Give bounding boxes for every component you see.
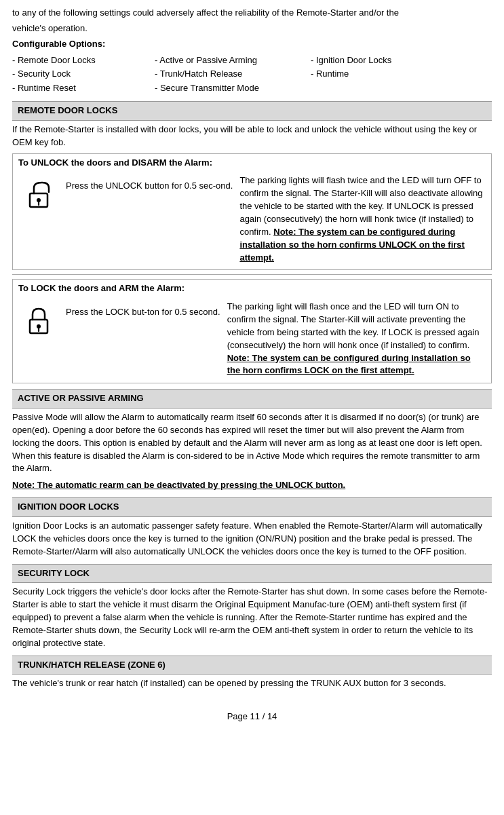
config-col1-row1: - Remote Door Locks [12, 54, 155, 68]
lock-icon [26, 306, 52, 336]
config-col2-row3: - Secure Transmitter Mode [155, 81, 311, 96]
security-lock-header: SECURITY LOCK [12, 564, 492, 584]
lock-icon-cell [18, 301, 59, 336]
unlock-desc-bold: Note: The system can be configured durin… [239, 227, 465, 263]
ignition-door-header: IGNITION DOOR LOCKS [12, 497, 492, 517]
security-lock-body: Security Lock triggers the vehicle's doo… [12, 586, 492, 649]
config-col3-row1: - Ignition Door Locks [311, 54, 460, 68]
unlock-press-label: Press the UNLOCK button for 0.5 sec-ond. [66, 174, 233, 193]
active-passive-header: ACTIVE OR PASSIVE ARMING [12, 389, 492, 409]
config-col1-row3: - Runtime Reset [12, 81, 155, 96]
lock-action-row: Press the LOCK but-ton for 0.5 second. T… [18, 298, 486, 380]
lock-title: To LOCK the doors and ARM the Alarm: [18, 282, 486, 295]
trunk-hatch-header: TRUNK/HATCH RELEASE (ZONE 6) [12, 656, 492, 675]
unlock-title: To UNLOCK the doors and DISARM the Alarm… [18, 157, 486, 170]
lock-desc-text: The parking light will flash once and th… [227, 301, 480, 350]
config-col1-row2: - Security Lock [12, 67, 155, 81]
config-col2-row2: - Trunk/Hatch Release [155, 67, 311, 81]
remote-door-locks-body: If the Remote-Starter is installed with … [12, 124, 492, 149]
section-divider-1 [12, 274, 492, 275]
page-footer: Page 11 / 14 [12, 710, 492, 723]
config-col2-row1: - Active or Passive Arming [155, 54, 311, 68]
config-options-grid: - Remote Door Locks - Active or Passive … [12, 54, 492, 96]
config-col3-row3 [311, 81, 460, 96]
intro-line2: vehicle's operation. [12, 22, 492, 35]
active-passive-note: Note: The automatic rearm can be deactiv… [12, 479, 492, 492]
trunk-hatch-body: The vehicle's trunk or rear hatch (if in… [12, 677, 492, 690]
page-label: Page 11 / 14 [227, 711, 277, 721]
remote-door-locks-header: REMOTE DOOR LOCKS [12, 101, 492, 121]
ignition-door-body: Ignition Door Locks is an automatic pass… [12, 520, 492, 558]
lock-desc-bold: Note: The system can be configured durin… [227, 353, 471, 376]
unlock-icon [26, 180, 52, 210]
unlock-desc: The parking lights will flash twice and … [239, 174, 486, 264]
lock-subsection: To LOCK the doors and ARM the Alarm: Pre… [12, 279, 492, 383]
config-col3-row2: - Runtime [311, 67, 460, 81]
unlock-subsection: To UNLOCK the doors and DISARM the Alarm… [12, 153, 492, 271]
lock-press-label: Press the LOCK but-ton for 0.5 second. [66, 301, 220, 319]
lock-desc: The parking light will flash once and th… [227, 301, 486, 377]
intro-line1: to any of the following settings could a… [12, 7, 492, 20]
configurable-title: Configurable Options: [12, 38, 492, 51]
active-passive-body: Passive Mode will allow the Alarm to aut… [12, 411, 492, 475]
unlock-action-row: Press the UNLOCK button for 0.5 sec-ond.… [18, 172, 486, 267]
unlock-icon-cell [18, 174, 59, 210]
